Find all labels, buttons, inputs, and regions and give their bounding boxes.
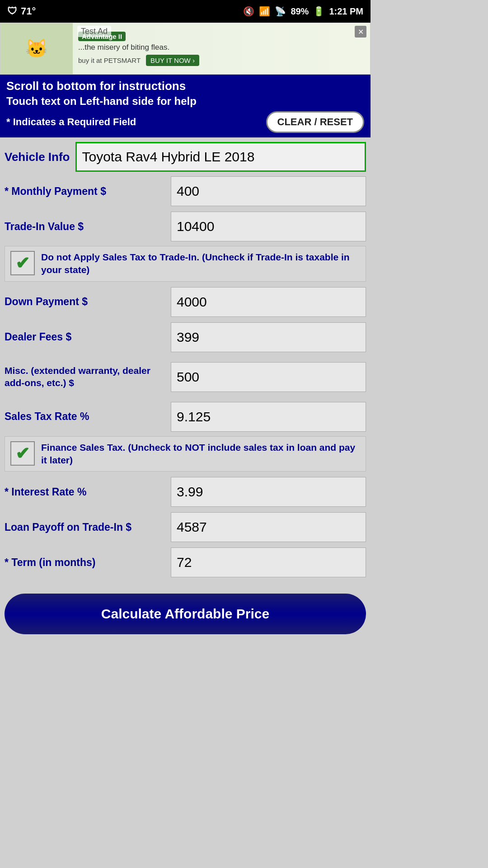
status-temp: 71° [21,5,36,17]
checkbox2-row: ✔ Finance Sales Tax. (Uncheck to NOT inc… [5,436,366,472]
misc-label: Misc. (extended warranty, dealer add-ons… [5,365,171,389]
misc-row: Misc. (extended warranty, dealer add-ons… [5,357,366,397]
trade-in-input[interactable] [171,212,366,241]
term-input[interactable] [171,547,366,577]
vehicle-label: Vehicle Info [5,150,75,164]
status-left: 🛡 71° [7,5,36,17]
vehicle-input-wrap [75,142,366,172]
term-label: * Term (in months) [5,556,171,569]
ad-store: buy it at PETSMART [78,57,141,64]
required-field-notice: * Indicates a Required Field [6,116,136,128]
interest-rate-label: * Interest Rate % [5,486,171,499]
monthly-payment-input[interactable] [171,176,366,206]
header-line2: Touch text on Left-hand side for help [6,95,364,108]
loan-payoff-input-wrap [171,512,366,542]
header-banner: Scroll to bottom for instructions Touch … [0,75,371,137]
misc-input-wrap [171,362,366,392]
battery-text: 89% [291,6,309,17]
sales-tax-input-wrap [171,402,366,432]
trade-in-label: Trade-In Value $ [5,220,171,233]
checkbox1-label: Do not Apply Sales Tax to Trade-In. (Unc… [41,251,360,277]
status-right: 🔇 📶 📡 89% 🔋 1:21 PM [243,6,363,17]
monthly-payment-label: * Monthly Payment $ [5,185,171,198]
ad-content: Advantage II ...the misery of biting fle… [73,28,370,70]
misc-input[interactable] [171,362,366,392]
down-payment-row: Down Payment $ [5,286,366,318]
ad-image: 🐱 [0,23,73,75]
checkbox1-check: ✔ [15,255,30,272]
trade-in-row: Trade-In Value $ [5,211,366,242]
ad-banner: 🐱 Advantage II ...the misery of biting f… [0,23,371,75]
mute-icon: 🔇 [243,6,254,17]
cat-icon: 🐱 [25,38,48,59]
monthly-payment-input-wrap [171,176,366,206]
loan-payoff-row: Loan Payoff on Trade-In $ [5,511,366,543]
calculate-button[interactable]: Calculate Affordable Price [5,594,366,634]
interest-rate-input[interactable] [171,477,366,507]
clock: 1:21 PM [329,6,363,17]
down-payment-input-wrap [171,287,366,317]
interest-rate-input-wrap [171,477,366,507]
ad-close-button[interactable]: ✕ [355,26,366,38]
wifi-icon: 📶 [259,6,270,17]
calculate-btn-wrap: Calculate Affordable Price [0,586,371,642]
checkbox2[interactable]: ✔ [10,441,35,466]
ad-cta-button[interactable]: BUY IT NOW › [146,55,199,66]
sales-tax-label: Sales Tax Rate % [5,410,171,423]
vehicle-input[interactable] [75,142,366,172]
network-icon: 📡 [275,6,286,17]
checkbox2-label: Finance Sales Tax. (Uncheck to NOT inclu… [41,441,360,467]
down-payment-input[interactable] [171,287,366,317]
sales-tax-input[interactable] [171,402,366,432]
checkbox2-check: ✔ [15,445,30,462]
loan-payoff-input[interactable] [171,512,366,542]
interest-rate-row: * Interest Rate % [5,476,366,508]
shield-icon: 🛡 [7,5,17,17]
header-row3: * Indicates a Required Field CLEAR / RES… [6,111,364,133]
term-row: * Term (in months) [5,547,366,578]
term-input-wrap [171,547,366,577]
monthly-payment-row: * Monthly Payment $ [5,175,366,207]
trade-in-input-wrap [171,212,366,241]
status-bar: 🛡 71° 🔇 📶 📡 89% 🔋 1:21 PM [0,0,371,23]
ad-tagline: ...the misery of biting fleas. [78,43,365,52]
vehicle-row: Vehicle Info [5,142,366,172]
form-area: Vehicle Info * Monthly Payment $ Trade-I… [0,137,371,586]
dealer-fees-row: Dealer Fees $ [5,321,366,353]
sales-tax-row: Sales Tax Rate % [5,401,366,433]
checkbox1[interactable]: ✔ [10,251,35,275]
loan-payoff-label: Loan Payoff on Trade-In $ [5,521,171,534]
dealer-fees-input-wrap [171,322,366,352]
clear-reset-button[interactable]: CLEAR / RESET [266,111,364,133]
header-line1: Scroll to bottom for instructions [6,79,364,93]
dealer-fees-input[interactable] [171,322,366,352]
checkbox1-row: ✔ Do not Apply Sales Tax to Trade-In. (U… [5,246,366,282]
ad-label: Test Ad [77,26,111,37]
dealer-fees-label: Dealer Fees $ [5,330,171,344]
battery-icon: 🔋 [313,6,324,17]
down-payment-label: Down Payment $ [5,295,171,308]
